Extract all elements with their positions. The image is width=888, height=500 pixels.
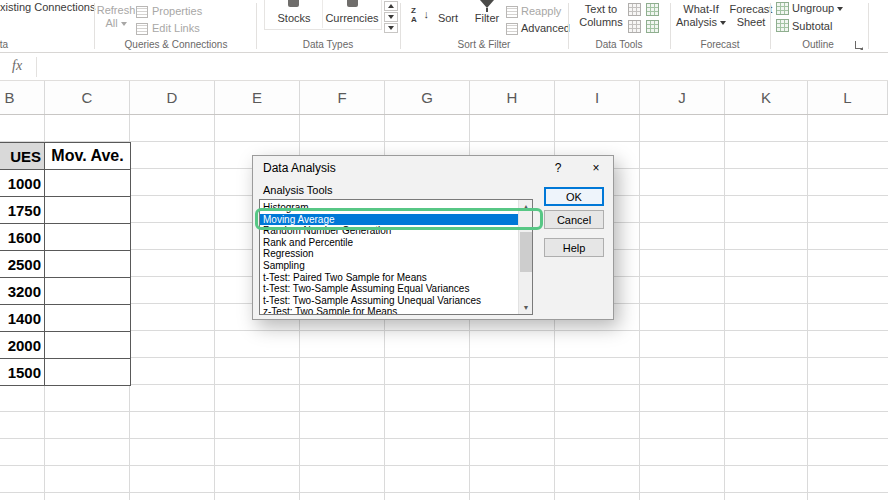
formula-bar[interactable]: fx bbox=[0, 53, 888, 81]
analysis-tool-item[interactable]: Rank and Percentile bbox=[260, 237, 519, 249]
data-tools-group-label: Data Tools bbox=[568, 39, 670, 50]
column-header-i[interactable]: I bbox=[555, 81, 640, 114]
column-header-f[interactable]: F bbox=[300, 81, 385, 114]
advanced-button[interactable]: Advanced bbox=[521, 22, 570, 35]
chevron-down-icon bbox=[837, 7, 843, 11]
moving-average-header-cell[interactable]: Mov. Ave. bbox=[45, 143, 131, 170]
mov-ave-cell[interactable] bbox=[45, 224, 131, 251]
consolidate-icon[interactable] bbox=[646, 20, 659, 33]
mov-ave-cell[interactable] bbox=[45, 197, 131, 224]
outline-group-label: Outline bbox=[770, 39, 866, 50]
value-cell[interactable]: 1400 bbox=[0, 305, 45, 332]
analysis-tool-item-selected[interactable]: Moving Average bbox=[260, 214, 519, 226]
properties-button[interactable]: Properties bbox=[152, 5, 202, 18]
value-cell[interactable]: 1000 bbox=[0, 170, 45, 197]
column-header-l[interactable]: L bbox=[808, 81, 888, 114]
clipped-group-label: ta bbox=[0, 39, 14, 50]
gallery-up-button[interactable] bbox=[384, 1, 398, 11]
excel-window: xisting Connections ta Refresh All Prope… bbox=[0, 0, 888, 500]
table-header-row: UES Mov. Ave. bbox=[0, 143, 131, 170]
refresh-all-line1: Refresh bbox=[96, 4, 136, 17]
sort-letter-a: A bbox=[411, 15, 417, 24]
analysis-tool-item[interactable]: t-Test: Two-Sample Assuming Equal Varian… bbox=[260, 283, 519, 295]
analysis-tool-item[interactable]: Regression bbox=[260, 248, 519, 260]
scroll-up-icon[interactable]: ▲ bbox=[519, 200, 533, 213]
column-header-c[interactable]: C bbox=[45, 81, 130, 114]
values-header-cell[interactable]: UES bbox=[0, 143, 45, 170]
column-header-k[interactable]: K bbox=[725, 81, 808, 114]
data-table: UES Mov. Ave. 1000 1750 1600 2500 3200 1… bbox=[0, 142, 131, 386]
value-cell[interactable]: 2500 bbox=[0, 251, 45, 278]
data-analysis-dialog: Data Analysis ? × Analysis Tools Histogr… bbox=[252, 155, 614, 320]
sort-letter-z: Z bbox=[411, 6, 416, 15]
scrollbar-thumb[interactable] bbox=[520, 232, 532, 272]
ok-button[interactable]: OK bbox=[544, 187, 604, 206]
column-header-j[interactable]: J bbox=[640, 81, 725, 114]
cancel-button[interactable]: Cancel bbox=[544, 210, 604, 229]
analysis-tool-item[interactable]: Random Number Generation bbox=[260, 225, 519, 237]
analysis-tools-listbox[interactable]: Histogram Moving Average Random Number G… bbox=[259, 199, 533, 315]
ribbon: xisting Connections ta Refresh All Prope… bbox=[0, 0, 888, 53]
gallery-more-icon bbox=[388, 26, 394, 30]
listbox-scrollbar[interactable]: ▲ ▼ bbox=[518, 200, 532, 314]
forecast-sheet-button[interactable]: Forecast Sheet bbox=[728, 3, 774, 29]
value-cell[interactable]: 1750 bbox=[0, 197, 45, 224]
chevron-up-icon bbox=[388, 4, 394, 8]
scroll-down-icon[interactable]: ▼ bbox=[519, 301, 533, 314]
analysis-tool-item[interactable]: Histogram bbox=[260, 202, 519, 214]
mov-ave-cell[interactable] bbox=[45, 251, 131, 278]
properties-icon bbox=[136, 6, 148, 18]
refresh-all-button[interactable]: Refresh All bbox=[96, 4, 136, 30]
what-if-analysis-button[interactable]: What-If Analysis bbox=[674, 3, 728, 29]
edit-links-icon bbox=[136, 23, 148, 35]
gallery-down-button[interactable] bbox=[384, 12, 398, 22]
table-row: 1500 bbox=[0, 359, 131, 386]
analysis-tools-label: Analysis Tools bbox=[263, 184, 333, 196]
column-header-h[interactable]: H bbox=[470, 81, 555, 114]
text-to-columns-button[interactable]: Text to Columns bbox=[576, 3, 626, 29]
existing-connections-button[interactable]: xisting Connections bbox=[0, 1, 95, 14]
sort-button[interactable]: Sort bbox=[433, 12, 463, 25]
stocks-tile[interactable]: Stocks bbox=[268, 12, 320, 25]
value-cell[interactable]: 1600 bbox=[0, 224, 45, 251]
edit-links-button[interactable]: Edit Links bbox=[152, 22, 200, 35]
currencies-tile[interactable]: Currencies bbox=[322, 12, 382, 25]
help-button[interactable]: Help bbox=[544, 238, 604, 257]
data-types-group-label: Data Types bbox=[256, 39, 400, 50]
fx-icon[interactable]: fx bbox=[12, 58, 22, 74]
dialog-help-icon[interactable]: ? bbox=[545, 159, 571, 177]
column-header-d[interactable]: D bbox=[130, 81, 215, 114]
sort-filter-group-label: Sort & Filter bbox=[400, 39, 568, 50]
column-header-b[interactable]: B bbox=[0, 81, 45, 114]
outline-dialog-launcher[interactable] bbox=[855, 41, 863, 49]
column-header-e[interactable]: E bbox=[215, 81, 300, 114]
column-header-g[interactable]: G bbox=[385, 81, 470, 114]
sort-za-icon[interactable]: Z A ↓ bbox=[410, 7, 430, 25]
gallery-more-button[interactable] bbox=[384, 23, 398, 33]
mov-ave-cell[interactable] bbox=[45, 170, 131, 197]
flash-fill-icon[interactable] bbox=[628, 3, 641, 16]
analysis-tools-items: Histogram Moving Average Random Number G… bbox=[260, 200, 532, 315]
table-row: 2500 bbox=[0, 251, 131, 278]
analysis-tool-item[interactable]: t-Test: Paired Two Sample for Means bbox=[260, 272, 519, 284]
data-validation-icon[interactable] bbox=[628, 20, 641, 33]
mov-ave-cell[interactable] bbox=[45, 278, 131, 305]
subtotal-button[interactable]: Subtotal bbox=[792, 20, 832, 33]
value-cell[interactable]: 3200 bbox=[0, 278, 45, 305]
filter-button[interactable]: Filter bbox=[470, 12, 504, 25]
mov-ave-cell[interactable] bbox=[45, 332, 131, 359]
reapply-button[interactable]: Reapply bbox=[521, 5, 561, 18]
mov-ave-cell[interactable] bbox=[45, 359, 131, 386]
analysis-tool-item[interactable]: t-Test: Two-Sample Assuming Unequal Vari… bbox=[260, 295, 519, 307]
currencies-label: Currencies bbox=[325, 12, 378, 24]
value-cell[interactable]: 1500 bbox=[0, 359, 45, 386]
remove-duplicates-icon[interactable] bbox=[646, 3, 659, 16]
value-cell[interactable]: 2000 bbox=[0, 332, 45, 359]
analysis-tool-item[interactable]: Sampling bbox=[260, 260, 519, 272]
close-icon[interactable]: × bbox=[583, 159, 609, 177]
ungroup-button[interactable]: Ungroup bbox=[792, 2, 843, 15]
group-divider bbox=[868, 3, 869, 49]
mov-ave-cell[interactable] bbox=[45, 305, 131, 332]
stocks-label: Stocks bbox=[277, 12, 310, 24]
analysis-tool-item[interactable]: z-Test: Two Sample for Means bbox=[260, 306, 519, 315]
